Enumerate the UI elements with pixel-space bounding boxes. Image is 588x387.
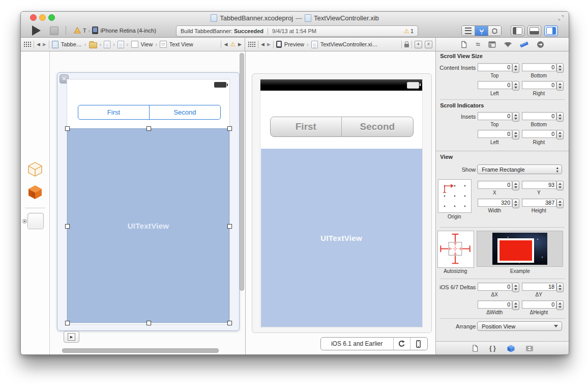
content-inset-left-field[interactable] bbox=[478, 81, 512, 89]
indicator-inset-right-stepper[interactable] bbox=[556, 130, 564, 140]
horizontal-scrollbar[interactable] bbox=[62, 348, 219, 353]
resize-handle-bottom-left[interactable] bbox=[65, 321, 70, 325]
ios-root-view[interactable]: First Second UITextView bbox=[67, 79, 230, 324]
files-owner-icon[interactable] bbox=[27, 162, 43, 177]
run-button[interactable] bbox=[32, 25, 41, 36]
issue-badge[interactable]: ⚠ 1 bbox=[404, 27, 414, 35]
back-button[interactable]: ◀ bbox=[261, 42, 264, 47]
resize-handle-bottom-right[interactable] bbox=[227, 321, 232, 325]
code-snippet-library-icon[interactable]: { } bbox=[489, 345, 496, 352]
xib-file-icon[interactable] bbox=[117, 41, 124, 48]
delta-width-field[interactable] bbox=[478, 300, 512, 309]
document-outline-toggle[interactable]: ▶ bbox=[64, 331, 79, 343]
fullscreen-icon[interactable] bbox=[558, 15, 564, 21]
breadcrumb-view[interactable]: View bbox=[141, 41, 153, 47]
resize-handle-mid-left[interactable] bbox=[65, 224, 70, 229]
size-inspector-tab-icon[interactable] bbox=[520, 41, 528, 48]
next-issue-button[interactable]: ▶ bbox=[238, 42, 242, 47]
scheme-selector[interactable]: T › iPhone Retina (4-inch) bbox=[74, 26, 156, 34]
delta-x-field[interactable] bbox=[478, 283, 512, 291]
breadcrumb-project[interactable]: Tabbe… bbox=[61, 41, 82, 47]
delta-width-stepper[interactable] bbox=[512, 300, 519, 310]
device-type-button[interactable] bbox=[410, 338, 427, 350]
traffic-light-minimize[interactable] bbox=[39, 14, 46, 21]
width-stepper[interactable] bbox=[512, 199, 519, 208]
origin-widget[interactable] bbox=[438, 179, 472, 213]
forward-button[interactable]: ▶ bbox=[43, 42, 46, 47]
delta-x-stepper[interactable] bbox=[512, 283, 519, 292]
indicator-inset-bottom-field[interactable] bbox=[522, 112, 556, 120]
view-placeholder-icon[interactable] bbox=[27, 213, 44, 229]
height-stepper[interactable] bbox=[556, 199, 564, 208]
lock-icon[interactable] bbox=[404, 44, 409, 47]
file-inspector-tab-icon[interactable] bbox=[460, 41, 467, 48]
breadcrumb-preview-mode[interactable]: Preview bbox=[284, 41, 304, 47]
y-stepper[interactable] bbox=[556, 181, 564, 190]
indicator-inset-left-stepper[interactable] bbox=[512, 130, 519, 140]
delta-y-field[interactable] bbox=[522, 283, 556, 291]
segment-first[interactable]: First bbox=[78, 105, 150, 119]
object-library-icon[interactable] bbox=[507, 345, 515, 352]
back-button[interactable]: ◀ bbox=[37, 42, 40, 47]
forward-button[interactable]: ▶ bbox=[267, 42, 271, 47]
indicator-inset-top-field[interactable] bbox=[478, 112, 512, 120]
content-inset-bottom-stepper[interactable] bbox=[556, 63, 564, 73]
content-inset-right-stepper[interactable] bbox=[556, 81, 564, 91]
resize-handle-top-left[interactable] bbox=[65, 126, 70, 131]
autosizing-widget[interactable] bbox=[437, 231, 474, 268]
show-popup-button[interactable]: Frame Rectangle ▲▼ bbox=[477, 164, 562, 174]
version-editor-button[interactable] bbox=[488, 26, 501, 36]
utilities-toggle-button[interactable] bbox=[544, 25, 558, 36]
previous-issue-button[interactable]: ◀ bbox=[224, 42, 227, 47]
close-assistant-editor-button[interactable]: × bbox=[425, 41, 432, 48]
indicator-inset-right-field[interactable] bbox=[522, 130, 556, 138]
content-inset-top-stepper[interactable] bbox=[512, 63, 519, 73]
y-field[interactable] bbox=[522, 181, 556, 189]
first-responder-icon[interactable] bbox=[27, 185, 43, 200]
x-field[interactable] bbox=[478, 181, 512, 189]
resize-handle-mid-right[interactable] bbox=[227, 224, 232, 229]
media-library-icon[interactable] bbox=[526, 346, 533, 351]
breadcrumb-preview-file[interactable]: TextViewController.xi… bbox=[320, 41, 378, 47]
attributes-inspector-tab-icon[interactable] bbox=[504, 41, 512, 48]
vertical-scrollbar[interactable] bbox=[240, 53, 244, 291]
content-inset-top-field[interactable] bbox=[478, 63, 512, 71]
segment-second[interactable]: Second bbox=[150, 105, 220, 119]
preview-os-version-button[interactable]: iOS 6.1 and Earlier bbox=[321, 338, 394, 350]
x-stepper[interactable] bbox=[512, 181, 519, 190]
navigator-toggle-button[interactable] bbox=[511, 25, 524, 36]
rotate-device-button[interactable] bbox=[394, 338, 410, 350]
add-assistant-editor-button[interactable]: + bbox=[415, 41, 422, 48]
width-field[interactable] bbox=[478, 199, 512, 207]
assistant-editor-button[interactable] bbox=[475, 26, 488, 36]
arrange-popup-button[interactable]: Position View bbox=[477, 321, 562, 331]
xib-file-icon[interactable] bbox=[104, 41, 110, 48]
content-inset-bottom-field[interactable] bbox=[522, 63, 556, 71]
debug-area-toggle-button[interactable] bbox=[527, 25, 541, 36]
traffic-light-close[interactable] bbox=[30, 14, 37, 21]
identity-inspector-tab-icon[interactable] bbox=[488, 41, 496, 48]
content-inset-right-field[interactable] bbox=[522, 81, 556, 89]
standard-editor-button[interactable] bbox=[462, 26, 475, 36]
stop-button[interactable] bbox=[50, 26, 58, 35]
connections-inspector-tab-icon[interactable] bbox=[537, 41, 544, 48]
resize-handle-bottom-center[interactable] bbox=[146, 321, 151, 325]
related-items-icon[interactable] bbox=[248, 42, 255, 47]
delta-height-field[interactable] bbox=[522, 300, 556, 309]
delta-height-stepper[interactable] bbox=[556, 300, 564, 310]
indicator-inset-bottom-stepper[interactable] bbox=[556, 112, 564, 122]
file-template-library-icon[interactable] bbox=[472, 345, 478, 352]
delta-y-stepper[interactable] bbox=[556, 283, 564, 292]
height-field[interactable] bbox=[522, 199, 556, 207]
indicator-inset-top-stepper[interactable] bbox=[512, 112, 519, 122]
breadcrumb-textview[interactable]: Text View bbox=[169, 41, 193, 47]
content-inset-left-stepper[interactable] bbox=[512, 81, 519, 91]
quick-help-inspector-tab-icon[interactable]: ≈ bbox=[476, 42, 480, 47]
indicator-inset-left-field[interactable] bbox=[478, 130, 512, 138]
resize-handle-top-right[interactable] bbox=[227, 126, 232, 131]
traffic-light-zoom[interactable] bbox=[48, 14, 55, 21]
related-items-icon[interactable] bbox=[24, 42, 31, 47]
uitextview-selected[interactable]: UITextView bbox=[67, 128, 229, 323]
resize-handle-top-center[interactable] bbox=[146, 126, 151, 131]
folder-icon[interactable] bbox=[89, 42, 97, 48]
